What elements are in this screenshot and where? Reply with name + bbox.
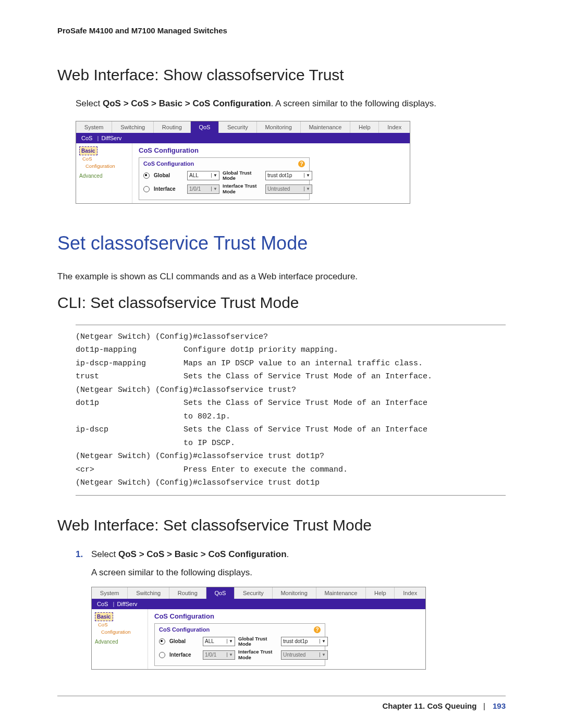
tab-help[interactable]: Help: [366, 587, 395, 599]
subbar-separator: |: [97, 135, 99, 141]
label-global-trust-mode: Global Trust Mode: [223, 170, 262, 181]
sidebar-item-configuration[interactable]: Configuration: [101, 628, 144, 636]
para1-suffix: . A screen similar to the following disp…: [271, 98, 436, 108]
select-global-scope-value: ALL: [189, 172, 199, 178]
label-global: Global: [169, 638, 200, 644]
heading-cli-set: CLI: Set classofservice Trust Mode: [57, 294, 506, 312]
tab-system[interactable]: System: [92, 587, 128, 599]
ui-content: CoS Configuration CoS Configuration ? Gl…: [148, 609, 425, 670]
help-icon[interactable]: ?: [298, 161, 305, 167]
tab-security[interactable]: Security: [235, 587, 272, 599]
subtab-cos[interactable]: CoS: [97, 601, 108, 607]
label-interface: Interface: [154, 186, 184, 192]
select-global-scope[interactable]: ALL▼: [187, 171, 219, 180]
ui-subbar: CoS | DiffServ: [76, 133, 410, 143]
subbar-separator: |: [113, 601, 114, 607]
para1-bold-path: QoS > CoS > Basic > CoS Configuration: [103, 98, 271, 108]
select-global-trust-mode[interactable]: trust dot1p▼: [265, 171, 312, 180]
footer-sep: |: [483, 701, 485, 710]
select-interface[interactable]: 1/0/1▼: [203, 650, 235, 660]
step1-path: QoS > CoS > Basic > CoS Configuration: [118, 549, 287, 559]
chevron-down-icon: ▼: [211, 187, 217, 191]
panel-title: CoS Configuration: [143, 161, 194, 167]
sidebar-item-advanced[interactable]: Advanced: [79, 172, 129, 180]
tab-index[interactable]: Index: [395, 587, 425, 599]
tab-monitoring[interactable]: Monitoring: [273, 587, 316, 599]
footer-page-number: 193: [493, 701, 506, 710]
step1-prefix: Select: [91, 549, 118, 559]
tab-routing[interactable]: Routing: [169, 587, 206, 599]
cos-config-panel: CoS Configuration ? Global ALL▼ Global T…: [139, 157, 310, 201]
label-interface-trust-mode: Interface Trust Mode: [238, 649, 278, 660]
subtab-diffserv[interactable]: DiffServ: [117, 601, 137, 607]
para-main-intro: The example is shown as CLI commands and…: [57, 270, 506, 283]
tab-switching[interactable]: Switching: [112, 121, 154, 133]
content-title: CoS Configuration: [139, 146, 403, 154]
subtab-cos[interactable]: CoS: [81, 135, 92, 141]
select-interface[interactable]: 1/0/1▼: [187, 184, 219, 194]
select-interface-trust-mode: Untrusted▼: [265, 184, 312, 194]
tab-maintenance[interactable]: Maintenance: [301, 121, 351, 133]
chevron-down-icon: ▼: [227, 652, 233, 657]
chevron-down-icon: ▼: [320, 652, 326, 657]
radio-global[interactable]: [143, 172, 150, 179]
select-interface-value: 1/0/1: [189, 186, 201, 192]
para-select-path-1: Select QoS > CoS > Basic > CoS Configura…: [76, 97, 506, 110]
tab-routing[interactable]: Routing: [154, 121, 191, 133]
panel-title: CoS Configuration: [159, 626, 210, 633]
chevron-down-icon: ▼: [304, 173, 310, 178]
help-icon[interactable]: ?: [314, 626, 321, 633]
ui-sidebar: Basic CoS Configuration Advanced: [76, 143, 132, 204]
heading-set-cos-trust-mode: Set classofservice Trust Mode: [57, 232, 506, 254]
chevron-down-icon: ▼: [320, 639, 326, 644]
tab-system[interactable]: System: [76, 121, 112, 133]
select-global-trust-mode[interactable]: trust dot1p▼: [281, 637, 328, 646]
ui-content: CoS Configuration CoS Configuration ? Gl…: [132, 143, 410, 204]
sidebar-item-advanced[interactable]: Advanced: [95, 638, 144, 646]
para1-prefix: Select: [76, 98, 103, 108]
ui-main-tabs: System Switching Routing QoS Security Mo…: [76, 121, 410, 133]
sidebar-item-cos[interactable]: CoS: [98, 621, 144, 628]
chevron-down-icon: ▼: [227, 639, 233, 644]
label-interface-trust-mode: Interface Trust Mode: [223, 183, 262, 194]
label-interface: Interface: [169, 652, 200, 658]
label-global-trust-mode: Global Trust Mode: [238, 636, 278, 647]
tab-index[interactable]: Index: [379, 121, 410, 133]
step1-suffix: .: [287, 549, 289, 559]
ui-sidebar: Basic CoS Configuration Advanced: [92, 609, 148, 670]
select-global-trust-mode-value: trust dot1p: [283, 638, 308, 644]
ui-screenshot-1: System Switching Routing QoS Security Mo…: [76, 121, 410, 204]
ui-main-tabs: System Switching Routing QoS Security Mo…: [92, 587, 425, 599]
select-global-scope[interactable]: ALL▼: [203, 637, 235, 646]
ui-subbar: CoS | DiffServ: [92, 599, 425, 609]
chevron-down-icon: ▼: [304, 187, 310, 191]
select-global-trust-mode-value: trust dot1p: [267, 172, 292, 178]
cos-config-panel: CoS Configuration ? Global ALL▼ Global T…: [154, 623, 325, 667]
tab-qos[interactable]: QoS: [191, 121, 219, 133]
footer-chapter: Chapter 11. CoS Queuing: [383, 701, 477, 710]
ui-screenshot-2: System Switching Routing QoS Security Mo…: [91, 587, 426, 670]
sidebar-item-basic[interactable]: Basic: [79, 146, 97, 155]
heading-web-show: Web Interface: Show classofservice Trust: [57, 66, 506, 84]
radio-global[interactable]: [159, 638, 165, 645]
tab-switching[interactable]: Switching: [128, 587, 169, 599]
cli-code-block: (Netgear Switch) (Config)#classofservice…: [76, 325, 506, 496]
tab-maintenance[interactable]: Maintenance: [316, 587, 366, 599]
select-interface-value: 1/0/1: [205, 652, 216, 658]
select-interface-trust-mode: Untrusted▼: [281, 650, 328, 660]
sidebar-item-cos[interactable]: CoS: [82, 155, 129, 163]
tab-monitoring[interactable]: Monitoring: [257, 121, 301, 133]
radio-interface[interactable]: [143, 186, 150, 192]
radio-interface[interactable]: [159, 652, 165, 658]
step-1: Select QoS > CoS > Basic > CoS Configura…: [76, 547, 506, 581]
sidebar-item-basic[interactable]: Basic: [95, 612, 113, 621]
tab-security[interactable]: Security: [219, 121, 256, 133]
tab-help[interactable]: Help: [350, 121, 379, 133]
tab-qos[interactable]: QoS: [206, 587, 235, 599]
subtab-diffserv[interactable]: DiffServ: [101, 135, 121, 141]
heading-web-set: Web Interface: Set classofservice Trust …: [57, 516, 506, 534]
page-footer: Chapter 11. CoS Queuing | 193: [57, 701, 506, 710]
sidebar-item-configuration[interactable]: Configuration: [85, 163, 129, 170]
step1-sub: A screen similar to the following displa…: [91, 565, 506, 581]
select-global-scope-value: ALL: [205, 638, 214, 644]
